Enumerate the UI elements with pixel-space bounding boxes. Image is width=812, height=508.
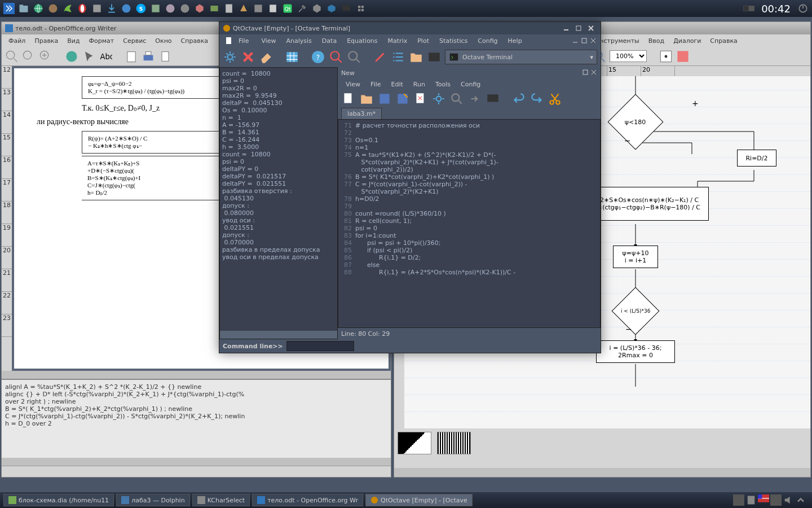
app-icon-19[interactable]: [266, 2, 280, 15]
tray-icon-4[interactable]: [770, 494, 782, 506]
print-icon[interactable]: [142, 50, 155, 63]
clock[interactable]: 00:42: [756, 3, 796, 15]
writer-scrollbar-2[interactable]: [2, 458, 391, 466]
qtoctave-menu-statistics[interactable]: Statistics: [435, 36, 472, 46]
app-icon-12[interactable]: [164, 2, 177, 15]
download-icon[interactable]: [105, 2, 118, 15]
task-dia[interactable]: блок-схема.dia (/home/nu11: [3, 494, 114, 506]
task-dolphin[interactable]: лаба3 — Dolphin: [116, 494, 190, 506]
zoom-icon[interactable]: [347, 50, 361, 64]
app-icon-14[interactable]: [193, 2, 206, 15]
qtoctave-menu-config[interactable]: Config: [473, 36, 502, 46]
stop-icon[interactable]: [241, 50, 255, 64]
flowchart-formula[interactable]: +2∗S∗Os∗cos(n∗ψ)∗(K₂−K₁) / C S∗(ctgφ₁−ct…: [585, 187, 709, 221]
flowchart-process-inc[interactable]: ψ=ψ+10 i = i+1: [613, 246, 658, 268]
app-icon-4[interactable]: [46, 2, 60, 15]
qtoctave-menu-analysis[interactable]: Analysis: [282, 36, 316, 46]
flowchart-decision-2[interactable]: i < (L/S)*36: [612, 287, 660, 335]
app-icon-24[interactable]: [339, 2, 353, 15]
editor-menu-config[interactable]: Config: [456, 80, 485, 89]
flowchart-process-end[interactable]: i = (L/S)*36 - 36; 2Rmax = 0: [596, 340, 675, 363]
undo-icon[interactable]: [511, 91, 526, 106]
app-icon-13[interactable]: [178, 2, 192, 15]
flowchart-process-ri[interactable]: Ri=D/2: [737, 150, 776, 167]
app-icon-18[interactable]: [251, 2, 265, 15]
qt-icon[interactable]: Qt: [281, 2, 294, 15]
dia-menu-dialogs[interactable]: Диалоги: [670, 36, 704, 46]
keyboard-layout-icon[interactable]: [758, 494, 769, 506]
eraser-icon[interactable]: [259, 50, 273, 64]
folder-icon[interactable]: [409, 50, 423, 64]
dia-menu-help[interactable]: Справка: [707, 36, 740, 46]
pattern-swatch[interactable]: [437, 432, 471, 454]
save-as-icon[interactable]: [395, 91, 410, 106]
editor-menu-view[interactable]: View: [341, 80, 365, 89]
shutdown-icon[interactable]: [796, 2, 810, 15]
editor-menu-file[interactable]: File: [366, 80, 385, 89]
dia-scrollbar[interactable]: [394, 468, 810, 477]
zoom-combo[interactable]: 100%: [610, 50, 647, 62]
writer-menu-edit[interactable]: Правка: [31, 36, 61, 46]
app-icon-25[interactable]: [354, 2, 368, 15]
qtoctave-menu-plot[interactable]: Plot: [413, 36, 434, 46]
octave-terminal-output[interactable]: count = 10800 psi = 0 max2R = 0 max2R = …: [219, 67, 338, 339]
app-icon-15[interactable]: [208, 2, 221, 15]
task-qtoctave[interactable]: QtOctave [Empty] - [Octave: [365, 494, 473, 506]
qtoctave-titlebar[interactable]: QtOctave [Empty] - [Octave Terminal]: [219, 22, 601, 34]
chevron-up-icon[interactable]: [795, 494, 806, 506]
close-file-icon[interactable]: [413, 91, 428, 106]
zoom-in-icon[interactable]: [39, 50, 52, 63]
qtoctave-menu-equations[interactable]: Equations: [342, 36, 382, 46]
qtoctave-menu-matrix[interactable]: Matrix: [383, 36, 412, 46]
snap-icon[interactable]: [676, 50, 690, 63]
editor-menu-run[interactable]: Run: [409, 80, 430, 89]
writer-menu-format[interactable]: Формат: [86, 36, 118, 46]
writer-menu-window[interactable]: Окно: [152, 36, 175, 46]
doc-icon[interactable]: [158, 50, 172, 63]
app-icon-9[interactable]: [120, 2, 133, 15]
cut-icon[interactable]: [548, 91, 562, 106]
terminal-scrollbar[interactable]: [220, 331, 337, 339]
file-manager-icon[interactable]: [17, 2, 30, 15]
virtualbox-icon[interactable]: [325, 2, 338, 15]
forward-icon[interactable]: [467, 91, 482, 106]
skype-icon[interactable]: S: [134, 2, 148, 15]
save-icon[interactable]: [377, 91, 392, 106]
close-icon[interactable]: [587, 24, 595, 32]
app-icon-11[interactable]: [149, 2, 162, 15]
table-icon[interactable]: [285, 50, 299, 64]
search-icon[interactable]: [329, 50, 343, 64]
tray-icon-1[interactable]: [733, 494, 744, 506]
code-editor[interactable]: 71# расчет точности расположения оси7273…: [338, 119, 601, 328]
writer-scrollbar[interactable]: [2, 371, 391, 379]
monitor-icon[interactable]: [486, 91, 500, 106]
gear-icon[interactable]: [223, 50, 237, 64]
qtoctave-menu-file[interactable]: File: [223, 35, 255, 47]
app-icon-22[interactable]: [310, 2, 324, 15]
spellcheck-icon[interactable]: Abc: [99, 50, 112, 63]
writer-formula-editor[interactable]: alignl A = %tau*S*(K_1+K_2) + S^2 *(K_2-…: [2, 379, 391, 458]
editor-tab[interactable]: laba3.m*: [341, 108, 382, 119]
open-file-icon[interactable]: [359, 91, 374, 106]
new-file-icon[interactable]: [341, 91, 356, 106]
qtoctave-menu-help[interactable]: Help: [504, 36, 527, 46]
pencil-icon[interactable]: [373, 50, 387, 64]
run-icon[interactable]: [431, 91, 446, 106]
new-doc-icon[interactable]: [125, 50, 138, 63]
inner-close-icon[interactable]: [589, 37, 597, 45]
zoom-icon[interactable]: [22, 50, 36, 63]
close-panel-icon[interactable]: [590, 69, 597, 76]
volume-icon[interactable]: [783, 494, 794, 506]
terminal-small-icon[interactable]: [427, 50, 442, 64]
kde-menu-icon[interactable]: [2, 2, 16, 15]
editor-menu-tools[interactable]: Tools: [431, 80, 455, 89]
help-icon[interactable]: ?: [311, 50, 325, 64]
minimize-icon[interactable]: [562, 24, 570, 32]
writer-menu-tools[interactable]: Сервис: [120, 36, 149, 46]
terminal-selector[interactable]: Octave Terminal ▾: [445, 50, 597, 64]
writer-menu-file[interactable]: Файл: [5, 36, 29, 46]
task-writer[interactable]: тело.odt - OpenOffice.org Wr: [252, 494, 363, 506]
fg-bg-swatch[interactable]: [398, 432, 431, 454]
command-line-input[interactable]: [286, 341, 354, 351]
app-icon-17[interactable]: [237, 2, 250, 15]
